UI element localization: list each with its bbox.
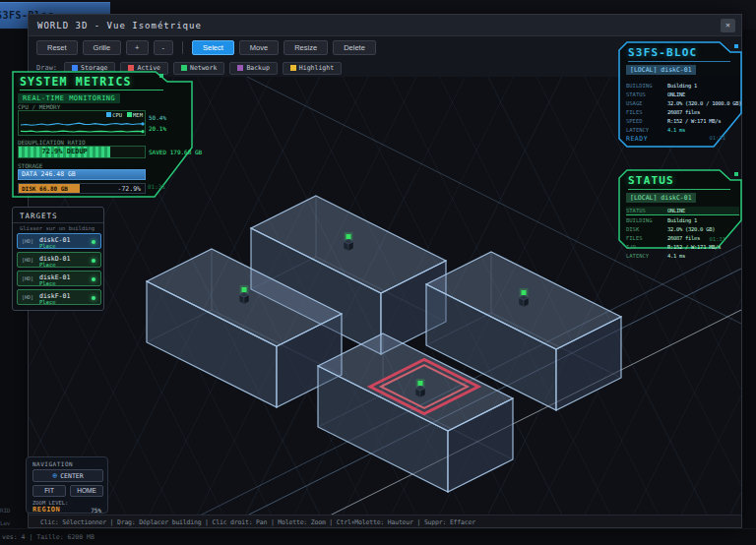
target-item-diskF-01[interactable]: [HD] diskF-01 Place <box>17 289 101 305</box>
status-underline <box>628 189 730 190</box>
fit-button[interactable]: FIT <box>32 485 66 497</box>
online-dot <box>92 277 95 281</box>
hd-badge: [HD] <box>22 257 33 263</box>
table-row: LATENCY4.1 ms <box>626 125 739 134</box>
dedup-label: DEDUPLICATION RATIO <box>18 139 86 146</box>
target-item-diskE-01[interactable]: [HD] diskE-01 Place <box>17 271 101 286</box>
mode-delete-button[interactable]: Delete <box>333 40 376 55</box>
chart-svg <box>19 111 145 137</box>
s3fs-corner-code: 01:31 <box>709 135 725 141</box>
highlight-color-swatch <box>290 65 296 71</box>
background-fragment-level: Lev <box>0 519 10 526</box>
table-row: DISK32.0% (320.0 GB) <box>626 224 739 233</box>
background-statusbar: ves: 4 | Taille: 6200 MB <box>0 528 756 545</box>
saved-text: SAVED 179.68 GB <box>149 149 202 155</box>
s3fs-rows: BUILDINGBuilding 1 STATUSONLINE USAGE32.… <box>626 81 739 134</box>
mode-select-button[interactable]: Select <box>192 40 234 55</box>
s3fs-title: S3FS-BLOC <box>628 46 697 59</box>
disk-bar-label: DISK 66.80 GB <box>19 184 80 193</box>
mem-value: 20.1% <box>149 125 166 132</box>
realtime-badge: REAL-TIME MONITORING <box>18 93 120 103</box>
mode-resize-button[interactable]: Resize <box>284 40 328 55</box>
cpu-value: 50.4% <box>149 114 166 121</box>
hint-bar: Clic: Sélectionner | Drag: Déplacer buil… <box>29 515 741 527</box>
disk-delta: -72.9% <box>118 185 141 193</box>
target-action: Place <box>39 262 56 268</box>
background-fragment-grid: RID <box>0 507 10 514</box>
crosshair-icon: ⊕ <box>52 472 57 480</box>
hd-badge: [HD] <box>22 238 33 244</box>
reset-button[interactable]: Reset <box>36 40 78 55</box>
nav-button-row: FIT HOME <box>32 485 103 497</box>
status-badge: [LOCAL] diskC-01 <box>626 193 696 203</box>
close-icon[interactable]: ✕ <box>721 19 735 32</box>
center-button[interactable]: ⊕ CENTER <box>32 469 103 482</box>
targets-title: TARGETS <box>20 212 58 220</box>
metrics-corner-code: 01:31 <box>148 183 165 190</box>
chip-label: Backup <box>246 64 269 72</box>
targets-panel: TARGETS Glisser sur un building [HD] dis… <box>12 207 104 311</box>
zoom-mode: REGION <box>32 506 60 514</box>
app-stage: S3FS-Bloc RID Lev ves: 4 | Taille: 6200 … <box>0 0 756 545</box>
table-row: USAGE32.0% (320.0 / 1000.0 GB) <box>626 98 739 107</box>
navigation-title: NAVIGATION <box>32 460 73 467</box>
dedup-text: 72.9% DEDUP <box>19 147 110 157</box>
backup-color-swatch <box>237 65 243 71</box>
metrics-title: SYSTEM METRICS <box>20 75 132 89</box>
zoom-value: 75% <box>91 507 101 514</box>
toolbar-separator <box>182 41 183 54</box>
navigation-panel: NAVIGATION ⊕ CENTER FIT HOME ZOOM LEVEL:… <box>26 456 108 514</box>
status-panel: STATUS [LOCAL] diskC-01 STATUSONLINE BUI… <box>618 169 743 249</box>
hd-badge: [HD] <box>22 275 33 281</box>
targets-divider <box>13 222 103 223</box>
frame-dot <box>159 74 163 78</box>
s3fs-status-ready: READY <box>626 135 648 143</box>
mem-endpoint-dot <box>141 130 144 133</box>
table-row: FILES26087 files <box>626 107 739 116</box>
frame-dot <box>734 172 738 176</box>
home-button[interactable]: HOME <box>70 485 103 497</box>
s3fs-bloc-panel: S3FS-BLOC [LOCAL] diskC-01 BUILDINGBuild… <box>618 41 743 148</box>
zoom-out-button[interactable]: - <box>154 40 174 55</box>
window-titlebar[interactable]: WORLD 3D - Vue Isométrique ✕ <box>29 15 741 36</box>
target-item-diskD-01[interactable]: [HD] diskD-01 Place <box>17 252 101 268</box>
hint-text: Clic: Sélectionner | Drag: Déplacer buil… <box>40 518 475 526</box>
target-action: Place <box>39 299 56 305</box>
disk-bar: DISK 66.80 GB -72.9% <box>18 183 146 194</box>
zoom-in-button[interactable]: + <box>126 40 148 55</box>
mem-line <box>21 131 143 132</box>
online-dot <box>92 296 95 300</box>
target-action: Place <box>39 243 56 249</box>
cpu-endpoint-dot <box>141 122 144 125</box>
chart-label: CPU / MEMORY <box>18 103 60 110</box>
targets-subtitle: Glisser sur un building <box>20 225 94 231</box>
s3fs-badge: [LOCAL] diskC-01 <box>626 65 696 75</box>
table-row: LATENCY4.1 ms <box>626 251 739 260</box>
table-row: STATUSONLINE <box>626 207 739 215</box>
dedup-progressbar: 72.9% DEDUP <box>18 146 146 158</box>
table-row: I/OR:152 / W:171 MB/s <box>626 242 739 251</box>
dedup-fill: 72.9% DEDUP <box>19 147 110 157</box>
status-title: STATUS <box>628 174 674 187</box>
metrics-underline <box>20 90 163 91</box>
table-row: SPEEDR:152 / W:171 MB/s <box>626 116 739 125</box>
online-dot <box>92 259 95 263</box>
storage-label: STORAGE <box>18 162 42 169</box>
target-action: Place <box>39 280 56 286</box>
table-row: BUILDINGBuilding 1 <box>626 215 739 224</box>
draw-chip-highlight[interactable]: Highlight <box>283 62 342 75</box>
table-row: BUILDINGBuilding 1 <box>626 81 739 90</box>
hd-badge: [HD] <box>22 294 33 300</box>
background-status-text: ves: 4 | Taille: 6200 MB <box>2 533 94 541</box>
grid-button[interactable]: Grille <box>83 40 122 55</box>
cpu-line <box>21 123 143 125</box>
cpu-mem-chart: CPU MEM <box>18 110 146 136</box>
draw-chip-backup[interactable]: Backup <box>229 62 277 75</box>
table-row: STATUSONLINE <box>626 90 739 98</box>
frame-dot <box>734 44 738 48</box>
data-bar: DATA 246.48 GB <box>18 169 146 180</box>
mode-move-button[interactable]: Move <box>239 40 279 55</box>
target-item-diskC-01[interactable]: [HD] diskC-01 Place <box>17 233 101 249</box>
window-title: WORLD 3D - Vue Isométrique <box>37 21 202 30</box>
status-corner-code: 01:31 <box>709 236 725 242</box>
